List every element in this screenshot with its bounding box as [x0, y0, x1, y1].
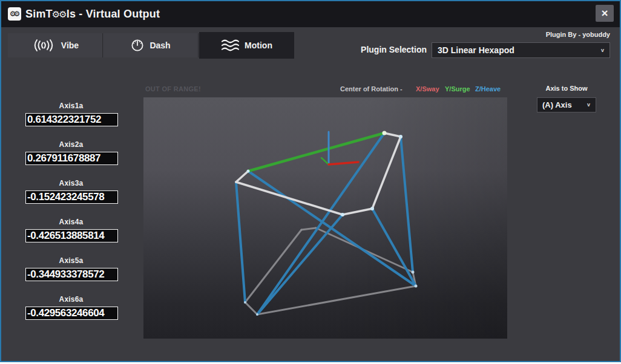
axis6a-value: -0.429563246604: [25, 307, 118, 320]
actuator: [401, 137, 413, 272]
title-bar: ⚙⚙ SimT⚙⚙ls - Virtual Output ×: [1, 1, 620, 27]
plugin-selection-label: Plugin Selection: [333, 45, 427, 54]
platform-edge: [372, 137, 401, 209]
joint-dot: [244, 301, 246, 304]
tab-vibe-label: Vibe: [61, 41, 79, 50]
axis3a-value: -0.152423245578: [25, 190, 118, 204]
axis6a-label: Axis6a: [25, 295, 117, 304]
axis1a-label: Axis1a: [25, 102, 117, 110]
chevron-down-icon: v: [601, 43, 604, 57]
joint-dot: [415, 285, 418, 288]
platform-edge: [236, 182, 343, 215]
joint-dot: [247, 170, 250, 173]
axis-to-show-dropdown[interactable]: (A) Axis v: [537, 97, 596, 112]
joint-dot: [383, 131, 387, 135]
actuator: [257, 133, 384, 314]
motion-waves-icon: [221, 39, 239, 52]
axis1a-value: 0.614322321752: [25, 113, 118, 126]
axis4a-value: -0.426513885814: [25, 229, 118, 242]
simtools-logo-icon: ⚙⚙: [8, 7, 21, 21]
tab-dash[interactable]: Dash: [104, 33, 199, 57]
base-edge: [301, 228, 316, 230]
joint-dot: [370, 207, 374, 210]
window-title: SimT⚙⚙ls - Virtual Output: [25, 1, 160, 27]
title-prefix: SimT: [25, 8, 53, 20]
axis-x: [329, 162, 358, 164]
actuator: [236, 182, 245, 302]
axis4a-label: Axis4a: [25, 218, 117, 226]
axis5a-label: Axis5a: [25, 256, 117, 265]
plugin-selection-value: 3D Linear Hexapod: [438, 45, 514, 55]
axis5a-value: -0.344933378572: [25, 268, 118, 281]
platform-edge: [384, 133, 401, 137]
joint-dot: [412, 271, 415, 274]
platform-edge-green: [248, 133, 384, 171]
legend-z-heave: Z/Heave: [475, 85, 501, 93]
tab-vibe[interactable]: Vibe: [8, 33, 103, 57]
platform-edge: [236, 171, 248, 182]
chevron-down-icon: v: [587, 98, 590, 112]
tab-dash-label: Dash: [150, 41, 170, 50]
axis-to-show-label: Axis to Show: [536, 85, 597, 92]
legend-y-surge: Y/Surge: [445, 85, 470, 93]
tab-motion-label: Motion: [245, 41, 272, 50]
base-edge: [257, 286, 416, 314]
out-of-range-text: OUT OF RANGE!: [145, 85, 201, 93]
joint-dot: [341, 213, 344, 216]
axis3a-label: Axis3a: [25, 179, 117, 187]
plugin-selection-dropdown[interactable]: 3D Linear Hexapod v: [432, 42, 610, 58]
plugin-by-text: Plugin By - yobuddy: [425, 31, 610, 38]
hexapod-3d-viewport: [143, 97, 507, 339]
axis2a-label: Axis2a: [25, 140, 117, 149]
joint-dot: [399, 135, 402, 138]
simtools-window: ⚙⚙ SimT⚙⚙ls - Virtual Output × Vibe Dash: [0, 0, 621, 362]
actuator: [257, 215, 343, 314]
tab-motion[interactable]: Motion: [199, 32, 294, 59]
hexapod-wireframe-svg: [143, 97, 507, 339]
center-of-rotation-label: Center of Rotation -: [340, 85, 402, 93]
gear-icon: ⚙⚙: [52, 9, 66, 20]
close-button[interactable]: ×: [596, 5, 614, 22]
title-suffix: ls - Virtual Output: [67, 8, 160, 20]
base-edge: [245, 302, 257, 314]
vibe-icon: [31, 39, 56, 52]
axis2a-value: 0.267911678887: [25, 152, 118, 165]
axis-to-show-value: (A) Axis: [542, 100, 572, 109]
platform-edge: [343, 209, 372, 215]
axis-y: [321, 158, 329, 164]
legend-x-sway: X/Sway: [416, 85, 439, 93]
dash-gauge-icon: [131, 39, 144, 52]
joint-dot: [256, 313, 258, 316]
